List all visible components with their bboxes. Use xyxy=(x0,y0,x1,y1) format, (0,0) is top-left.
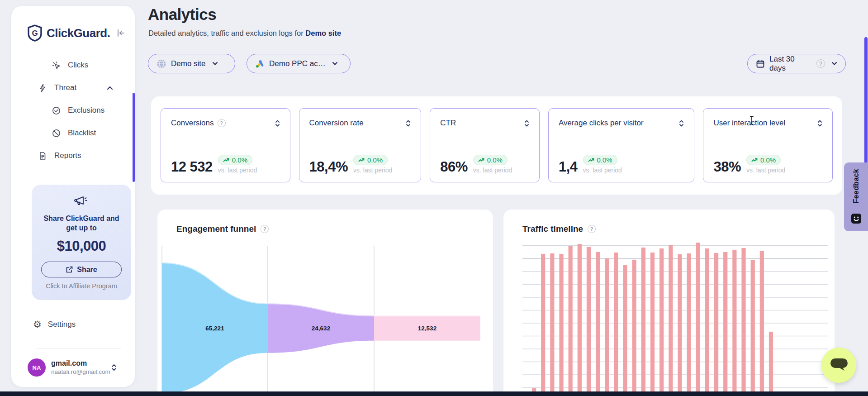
timeline-bar[interactable] xyxy=(714,253,718,396)
timeline-bar[interactable] xyxy=(559,254,563,396)
timeline-bar[interactable] xyxy=(632,260,636,396)
sidebar-item-settings[interactable]: ⚙ Settings xyxy=(11,314,135,335)
affiliate-link[interactable]: Click to Affiliate Program xyxy=(32,282,131,290)
trend-badge: 0.0% xyxy=(583,155,617,165)
compare-label: vs. last period xyxy=(353,167,392,174)
stat-card-conversion-rate: Conversion rate18,4%0.0%vs. last period xyxy=(299,108,422,182)
promo-amount: $10,000 xyxy=(32,238,131,254)
account-name: gmail.com xyxy=(51,359,110,367)
trend-up-icon xyxy=(223,157,230,162)
timeline-bar[interactable] xyxy=(760,251,764,396)
avatar: NA xyxy=(28,358,46,377)
sidebar-item-blacklist[interactable]: Blacklist xyxy=(11,122,135,144)
trend-badge: 0.0% xyxy=(353,155,388,165)
sort-updown-icon[interactable] xyxy=(817,119,822,127)
clickguard-logo-icon: G xyxy=(27,24,43,42)
block-icon xyxy=(51,129,61,138)
sidebar-item-clicks[interactable]: Clicks xyxy=(11,54,135,76)
trend-badge: 0.0% xyxy=(746,155,781,165)
globe-icon xyxy=(157,59,166,69)
account-switcher[interactable]: NA gmail.com naatali.ro@gmail.com xyxy=(11,357,135,378)
chevron-down-icon xyxy=(831,62,837,66)
engagement-funnel-card: Engagement funnel ? 65,22124,63212,532 xyxy=(157,210,493,396)
timeline-bar[interactable] xyxy=(741,248,745,396)
stat-value: 38% xyxy=(713,160,741,174)
sidebar-item-reports[interactable]: Reports xyxy=(11,144,135,167)
timeline-bar[interactable] xyxy=(751,260,755,396)
chevron-up-icon[interactable] xyxy=(107,86,113,90)
timeline-bar[interactable] xyxy=(687,253,691,396)
feedback-tab[interactable]: Feedback xyxy=(844,162,868,231)
page-subtitle: Detailed analytics, traffic and exclusio… xyxy=(148,29,341,38)
trend-up-icon xyxy=(588,157,595,162)
text-cursor xyxy=(749,116,754,127)
trend-up-icon xyxy=(358,157,365,162)
usersnap-icon xyxy=(851,213,862,226)
stats-band: Conversions?12 5320.0%vs. last periodCon… xyxy=(151,96,842,195)
sidebar-collapse-icon[interactable] xyxy=(116,28,126,38)
stat-title: Conversion rate xyxy=(309,119,364,128)
timeline-bar[interactable] xyxy=(605,258,609,396)
sort-updown-icon[interactable] xyxy=(524,119,529,127)
trend-badge: 0.0% xyxy=(473,155,508,165)
document-icon xyxy=(38,151,47,161)
sidebar-scroll-indicator[interactable] xyxy=(133,93,135,182)
date-range-selector[interactable]: Last 30 days ? xyxy=(747,54,846,73)
subtitle-site-name: Demo site xyxy=(305,29,341,37)
timeline-bar[interactable] xyxy=(623,265,627,396)
ppc-account-value: Demo PPC ac… xyxy=(269,59,326,68)
sidebar-divider xyxy=(37,348,121,348)
help-icon[interactable]: ? xyxy=(816,59,825,68)
timeline-bar[interactable] xyxy=(614,253,618,396)
compare-label: vs. last period xyxy=(746,167,785,174)
timeline-bar[interactable] xyxy=(596,252,600,396)
ppc-account-selector[interactable]: Demo PPC ac… xyxy=(247,54,351,73)
sidebar-item-threat[interactable]: Threat xyxy=(11,76,135,99)
stat-card-average-clicks-per-visitor: Average clicks per visitor1,40.0%vs. las… xyxy=(548,108,695,182)
account-email: naatali.ro@gmail.com xyxy=(51,368,110,376)
site-selector[interactable]: Demo site xyxy=(148,54,235,73)
timeline-bar[interactable] xyxy=(641,248,645,396)
sidebar-nav: Clicks Threat Exclusions xyxy=(11,54,135,167)
timeline-bar[interactable] xyxy=(732,250,736,396)
sidebar-item-label: Threat xyxy=(54,83,76,92)
timeline-bar[interactable] xyxy=(696,243,700,396)
lightning-icon xyxy=(38,83,47,93)
share-button-label: Share xyxy=(77,266,97,274)
google-ads-icon xyxy=(255,59,265,68)
timeline-bar[interactable] xyxy=(659,248,664,396)
timeline-bar[interactable] xyxy=(650,253,655,396)
timeline-bar[interactable] xyxy=(705,248,709,396)
stat-value: 1,4 xyxy=(559,160,578,174)
trend-badge: 0.0% xyxy=(218,155,252,165)
sort-updown-icon[interactable] xyxy=(275,119,280,127)
app-window: G ClickGuard. Clicks Threat xyxy=(0,0,868,396)
traffic-timeline-chart xyxy=(503,210,835,396)
timeline-bar[interactable] xyxy=(587,247,591,396)
timeline-bar[interactable] xyxy=(569,246,573,396)
sort-updown-icon[interactable] xyxy=(679,119,684,127)
timeline-bar[interactable] xyxy=(769,332,773,396)
gear-icon: ⚙ xyxy=(33,319,42,330)
timeline-bar[interactable] xyxy=(578,244,582,396)
affiliate-promo-card[interactable]: Share ClickGuard and get up to $10,000 S… xyxy=(32,185,131,300)
stat-value: 18,4% xyxy=(309,160,348,174)
sidebar-item-label: Clicks xyxy=(68,61,88,70)
timeline-bar[interactable] xyxy=(723,252,727,396)
chat-launcher-button[interactable] xyxy=(821,348,856,383)
sort-updown-icon[interactable] xyxy=(406,119,411,127)
sidebar-item-label: Settings xyxy=(48,320,76,329)
chevron-updown-icon xyxy=(111,363,117,372)
help-icon[interactable]: ? xyxy=(218,119,226,127)
badge-check-icon xyxy=(51,106,61,115)
feedback-label: Feedback xyxy=(852,169,860,203)
timeline-bar[interactable] xyxy=(541,254,545,396)
svg-text:G: G xyxy=(32,29,38,38)
timeline-bar[interactable] xyxy=(669,245,673,396)
timeline-bar[interactable] xyxy=(678,254,682,396)
sidebar-item-exclusions[interactable]: Exclusions xyxy=(11,99,135,122)
share-button[interactable]: Share xyxy=(41,262,122,277)
timeline-bar[interactable] xyxy=(550,253,554,396)
brand-name: ClickGuard. xyxy=(47,26,110,40)
stat-value: 12 532 xyxy=(171,160,213,174)
